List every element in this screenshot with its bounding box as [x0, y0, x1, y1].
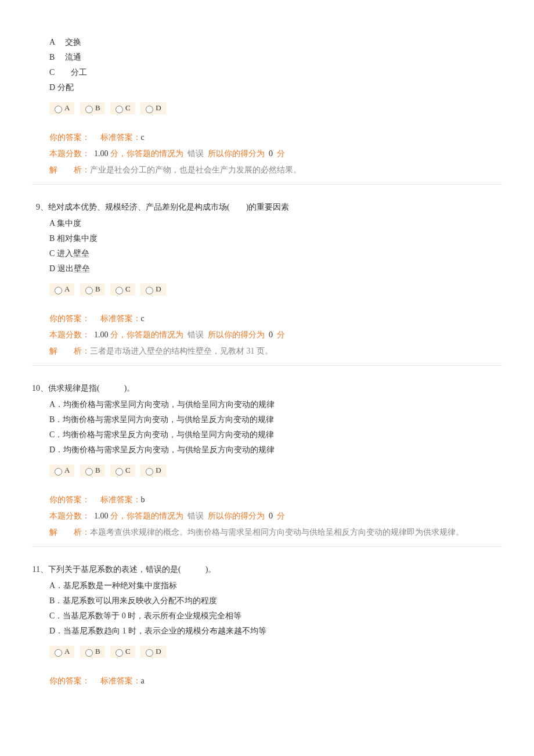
q8-option-b: B 流通	[49, 50, 502, 65]
q8-option-a: A 交换	[49, 35, 502, 50]
divider	[32, 365, 502, 366]
q11-your-answer: 你的答案： 标准答案：a	[49, 674, 502, 688]
radio-icon[interactable]	[85, 649, 93, 657]
radio-icon[interactable]	[146, 106, 153, 113]
radio-icon[interactable]	[85, 287, 93, 294]
q9-radio-row: A B C D	[49, 283, 502, 296]
q9-score-line: 本题分数： 1.00 分，你答题的情况为 错误 所以你的得分为 0 分	[49, 328, 502, 342]
q9-radio-c[interactable]: C	[110, 283, 135, 296]
radio-icon[interactable]	[55, 106, 62, 113]
divider	[32, 546, 502, 547]
q11-options: A．基尼系数是一种绝对集中度指标 B．基尼系数可以用来反映收入分配不均的程度 C…	[49, 578, 502, 639]
q8-options: A 交换 B 流通 C 分工 D 分配	[49, 35, 502, 95]
q8-radio-b[interactable]: B	[80, 102, 105, 114]
q8-radio-d[interactable]: D	[140, 102, 165, 114]
q10-std-answer: b	[141, 495, 145, 504]
q11-std-answer: a	[141, 676, 145, 685]
divider	[32, 184, 502, 185]
q10-radio-d[interactable]: D	[140, 465, 165, 477]
q8-std-answer: c	[141, 133, 145, 142]
radio-icon[interactable]	[146, 468, 153, 476]
q11-option-d: D．当基尼系数趋向 1 时，表示企业的规模分布越来越不均等	[49, 624, 502, 639]
radio-icon[interactable]	[85, 106, 93, 113]
q10-option-a: A．均衡价格与需求呈同方向变动，与供给呈同方向变动的规律	[49, 397, 502, 412]
q9-radio-b[interactable]: B	[80, 283, 105, 296]
q11-radio-row: A B C D	[49, 646, 502, 658]
radio-icon[interactable]	[55, 468, 62, 476]
q10-score-line: 本题分数： 1.00 分，你答题的情况为 错误 所以你的得分为 0 分	[49, 509, 502, 523]
q9-stem: 9、绝对成本优势、规模经济、产品差别化是构成市场( )的重要因素	[49, 202, 502, 213]
radio-icon[interactable]	[55, 287, 62, 294]
q11-stem: 11、下列关于基尼系数的表述，错误的是( )。	[49, 564, 502, 575]
q11-option-b: B．基尼系数可以用来反映收入分配不均的程度	[49, 593, 502, 609]
q11-option-c: C．当基尼系数等于 0 时，表示所有企业规模完全相等	[49, 609, 502, 624]
q10-option-c: C．均衡价格与需求呈反方向变动，与供给呈同方向变动的规律	[49, 427, 502, 442]
q9-option-b: B 相对集中度	[49, 231, 502, 246]
radio-icon[interactable]	[85, 468, 93, 476]
q8-analysis: 解 析：产业是社会分工的产物，也是社会生产力发展的必然结果。	[49, 163, 502, 177]
q9-radio-a[interactable]: A	[49, 283, 74, 296]
q9-number: 9、	[32, 202, 48, 213]
q10-radio-c[interactable]: C	[110, 465, 135, 477]
radio-icon[interactable]	[116, 468, 123, 476]
q9-options: A 集中度 B 相对集中度 C 进入壁垒 D 退出壁垒	[49, 216, 502, 276]
q11-radio-a[interactable]: A	[49, 646, 74, 658]
q8-option-d: D 分配	[49, 80, 502, 95]
q8-score-line: 本题分数： 1.00 分，你答题的情况为 错误 所以你的得分为 0 分	[49, 147, 502, 161]
q9-your-answer: 你的答案： 标准答案：c	[49, 312, 502, 326]
your-answer-label: 你的答案：	[49, 133, 90, 142]
q8-radio-c[interactable]: C	[110, 102, 135, 114]
q9-radio-d[interactable]: D	[140, 283, 165, 296]
q10-radio-row: A B C D	[49, 465, 502, 477]
q10-stem: 10、供求规律是指( )。	[49, 383, 502, 394]
q11-radio-d[interactable]: D	[140, 646, 165, 658]
q10-number: 10、	[32, 383, 48, 394]
q11-radio-c[interactable]: C	[110, 646, 135, 658]
q8-your-answer: 你的答案： 标准答案：c	[49, 131, 502, 145]
q9-option-c: C 进入壁垒	[49, 246, 502, 261]
q11-option-a: A．基尼系数是一种绝对集中度指标	[49, 578, 502, 593]
q8-radio-row: A B C D	[49, 102, 502, 114]
q8-radio-a[interactable]: A	[49, 102, 74, 114]
radio-icon[interactable]	[116, 287, 123, 294]
q10-option-d: D．均衡价格与需求呈反方向变动，与供给呈反方向变动的规律	[49, 442, 502, 458]
q10-option-b: B．均衡价格与需求呈同方向变动，与供给呈反方向变动的规律	[49, 412, 502, 427]
radio-icon[interactable]	[146, 649, 153, 657]
q9-std-answer: c	[141, 314, 145, 323]
q11-number: 11、	[32, 564, 48, 575]
q11-radio-b[interactable]: B	[80, 646, 105, 658]
q10-options: A．均衡价格与需求呈同方向变动，与供给呈同方向变动的规律 B．均衡价格与需求呈同…	[49, 397, 502, 458]
q9-option-d: D 退出壁垒	[49, 261, 502, 276]
radio-icon[interactable]	[146, 287, 153, 294]
radio-icon[interactable]	[116, 106, 123, 113]
radio-icon[interactable]	[55, 649, 62, 657]
q10-your-answer: 你的答案： 标准答案：b	[49, 493, 502, 507]
std-answer-label: 标准答案：	[100, 133, 141, 142]
radio-icon[interactable]	[116, 649, 123, 657]
q10-analysis: 解 析：本题考查供求规律的概念。均衡价格与需求呈相同方向变动与供给呈相反方向变动…	[49, 525, 502, 539]
q8-option-c: C 分工	[49, 65, 502, 80]
q10-radio-b[interactable]: B	[80, 465, 105, 477]
q9-analysis: 解 析：三者是市场进入壁垒的结构性壁垒，见教材 31 页。	[49, 344, 502, 358]
q9-option-a: A 集中度	[49, 216, 502, 231]
q10-radio-a[interactable]: A	[49, 465, 74, 477]
